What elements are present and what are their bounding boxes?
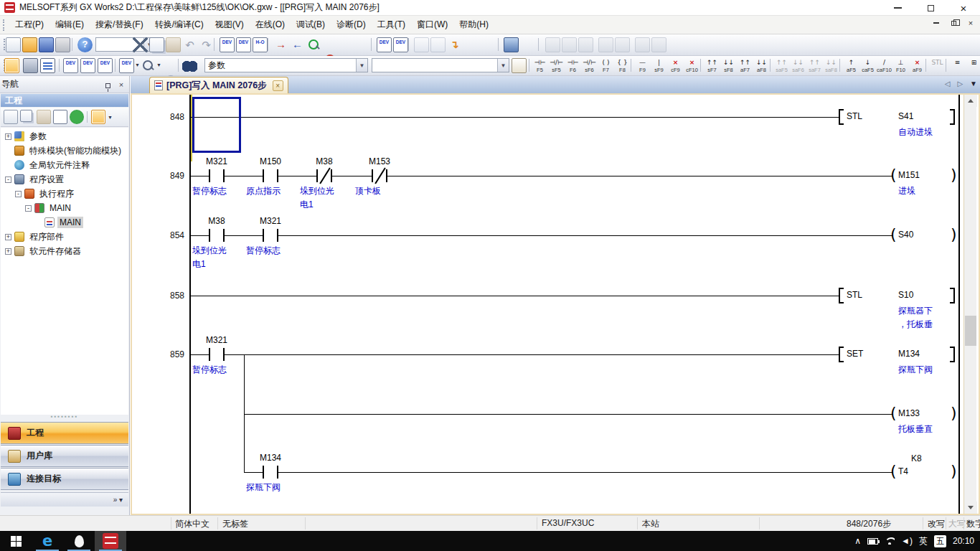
pin-icon[interactable] — [102, 79, 113, 90]
instruction-label[interactable]: SET — [847, 349, 863, 359]
coil-device-label[interactable]: M151 — [898, 170, 920, 180]
tree-item-软元件存储器-8[interactable]: +软元件存储器 — [5, 244, 83, 258]
ladder-symbol-button-sF9[interactable]: |sF9 — [651, 57, 667, 75]
window-tile-icon[interactable] — [430, 37, 446, 52]
copy-item-icon[interactable] — [20, 110, 32, 122]
chevron-down-icon[interactable]: ▼ — [156, 62, 161, 67]
print-icon[interactable] — [55, 37, 70, 52]
new-item-icon[interactable] — [4, 110, 18, 124]
tree-expander-icon[interactable]: + — [5, 133, 11, 140]
ladder-cursor[interactable] — [192, 97, 241, 153]
ladder-symbol-button-cF10[interactable]: ×cF10 — [684, 57, 700, 75]
nav-tab-用户库[interactable]: 用户库 — [1, 445, 128, 467]
nav-tab-工程[interactable]: 工程 — [1, 422, 128, 444]
ladder-symbol-button-sF8[interactable]: ↓↓sF8 — [720, 57, 737, 75]
ladder-symbol-button-sF5[interactable]: ⊣/⊢sF5 — [548, 57, 565, 75]
minimize-button[interactable] — [881, 0, 914, 16]
tree-expander-icon[interactable]: + — [5, 248, 11, 255]
tree-item-程序部件-7[interactable]: +程序部件 — [5, 230, 66, 244]
find-device-icon[interactable] — [141, 58, 156, 73]
tree-expander-icon[interactable]: - — [5, 176, 11, 183]
ladder-symbol-button-F5[interactable]: ⊣⊢F5 — [532, 57, 548, 75]
menu-item-9[interactable]: 窗口(W) — [411, 16, 453, 34]
cross-reference-icon[interactable] — [182, 58, 197, 73]
tree-item-参数-0[interactable]: +参数 — [5, 129, 49, 143]
instruction-label[interactable]: STL — [847, 111, 862, 121]
scroll-up-icon[interactable] — [964, 95, 977, 107]
mdi-minimize-button[interactable] — [931, 19, 941, 27]
read-from-plc-icon[interactable]: ← — [290, 37, 305, 52]
work-window-icon[interactable] — [40, 58, 55, 73]
ladder-symbol-button-aF7[interactable]: ↑↑aF7 — [737, 57, 753, 75]
device-display-icon[interactable]: DEV — [220, 37, 235, 52]
sort-icon[interactable] — [91, 110, 105, 124]
help-icon[interactable]: ? — [77, 37, 93, 52]
menu-item-0[interactable]: 工程(P) — [9, 16, 50, 34]
language-indicator[interactable]: 英 — [919, 535, 928, 547]
write-to-plc-icon[interactable]: → — [273, 37, 288, 52]
coil-device-label[interactable]: M133 — [898, 408, 920, 418]
tree-expander-icon[interactable]: + — [5, 234, 11, 240]
tree-item-全局软元件注释-2[interactable]: 全局软元件注释 — [5, 158, 92, 172]
close-button[interactable]: × — [947, 0, 980, 16]
property-icon[interactable] — [53, 110, 67, 124]
sfc-block-icon[interactable] — [651, 37, 666, 52]
inline-st-button[interactable]: ⊞ — [966, 57, 980, 75]
vertical-scrollbar[interactable] — [963, 95, 976, 514]
contact-M134[interactable] — [263, 466, 278, 479]
close-panel-icon[interactable]: × — [116, 79, 127, 90]
open-project-icon[interactable] — [22, 37, 37, 52]
transfer-setup-icon[interactable] — [504, 37, 519, 52]
scroll-down-icon[interactable] — [964, 501, 977, 514]
menu-item-2[interactable]: 搜索/替换(F) — [90, 16, 149, 34]
watch-icon[interactable]: DEV — [119, 58, 134, 73]
project-view-icon[interactable] — [4, 58, 19, 73]
battery-icon[interactable] — [867, 538, 878, 545]
intelligent-monitor2-icon[interactable] — [562, 37, 577, 52]
menu-item-3[interactable]: 转换/编译(C) — [149, 16, 209, 34]
tab-main-program[interactable]: [PRG]写入 MAIN 2076步 × — [149, 77, 288, 93]
ladder-symbol-button-F8[interactable]: { }F8 — [614, 57, 631, 75]
tree-item-MAIN-5[interactable]: -MAIN — [25, 201, 73, 215]
menu-item-7[interactable]: 诊断(D) — [331, 16, 372, 34]
ladder-symbol-button-aF8[interactable]: ↓↓aF8 — [753, 57, 770, 75]
chevron-down-icon[interactable]: ▼ — [135, 62, 140, 67]
find-target-combobox[interactable]: 参数▼ — [204, 58, 368, 72]
tab-list-icon[interactable]: ▼ — [970, 80, 977, 88]
ladder-symbol-button-F9[interactable]: —F9 — [634, 57, 651, 75]
instruction-operand[interactable]: S41 — [898, 111, 913, 121]
ladder-symbol-button-F7[interactable]: ( )F7 — [598, 57, 614, 75]
cut-icon[interactable] — [133, 37, 148, 52]
menu-item-8[interactable]: 工具(T) — [372, 16, 411, 34]
inline-comment-button[interactable]: ≡ — [949, 57, 966, 75]
refresh-icon[interactable] — [70, 110, 84, 124]
redo-icon[interactable]: ↷ — [199, 37, 214, 52]
pulse-tool-icon[interactable] — [578, 37, 593, 52]
panel-splitter[interactable]: ▪▪▪▪▪▪▪▪ — [1, 415, 128, 420]
taskbar-edge-button[interactable]: e — [32, 531, 63, 551]
instruction-label[interactable]: STL — [847, 290, 862, 300]
ladder-symbol-button-F10[interactable]: ⊥F10 — [892, 57, 909, 75]
jump-icon[interactable]: ↴ — [447, 37, 462, 52]
ladder-symbol-button-aF9[interactable]: ×aF9 — [909, 57, 925, 75]
taskbar-app2-button[interactable] — [63, 531, 95, 551]
tray-chevron-icon[interactable]: ∧ — [854, 536, 861, 546]
wifi-icon[interactable] — [885, 537, 895, 545]
start-button[interactable] — [0, 531, 32, 551]
ladder-symbol-button-caF5[interactable]: ↓caF5 — [859, 57, 876, 75]
menu-item-5[interactable]: 在线(O) — [250, 16, 291, 34]
tree-item-MAIN-6[interactable]: MAIN — [35, 215, 83, 230]
device-setting-icon[interactable]: DEV — [98, 58, 113, 73]
monitor-start-icon[interactable] — [306, 37, 321, 52]
window-cascade-icon[interactable] — [414, 37, 429, 52]
ladder-symbol-button-caF10[interactable]: /caF10 — [876, 57, 892, 75]
tab-scroll-left-icon[interactable]: ◁ — [945, 80, 951, 88]
menu-item-10[interactable]: 帮助(H) — [453, 16, 494, 34]
tab-scroll-right-icon[interactable]: ▷ — [957, 80, 963, 88]
device-test-icon[interactable]: H-O — [253, 37, 268, 52]
device-batch-monitor-icon[interactable]: DEV — [377, 37, 392, 52]
ladder-symbol-button-cF9[interactable]: ×cF9 — [667, 57, 684, 75]
device-memory-icon[interactable]: DEV — [80, 58, 95, 73]
nav-tab-连接目标[interactable]: 连接目标 — [1, 468, 128, 490]
taskbar-gxworks2-button[interactable] — [95, 531, 126, 551]
